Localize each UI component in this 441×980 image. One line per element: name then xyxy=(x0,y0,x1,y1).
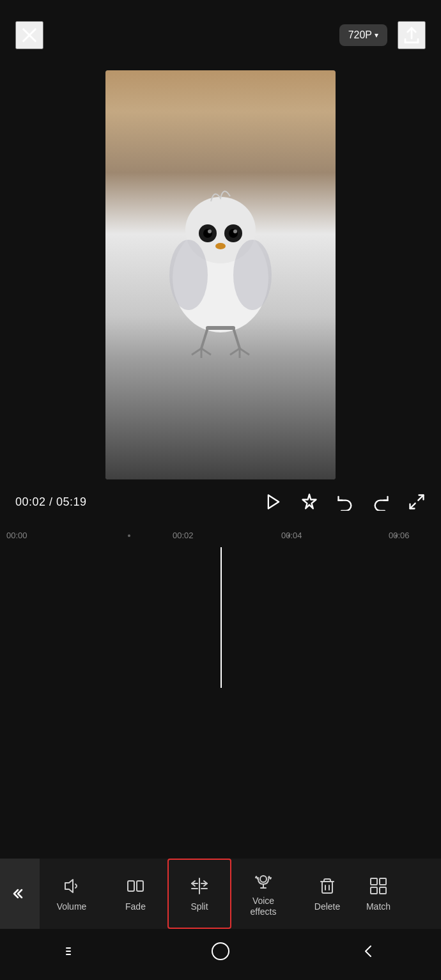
undo-button[interactable] xyxy=(336,493,354,511)
nav-home-button[interactable] xyxy=(210,940,231,962)
match-icon xyxy=(368,876,389,896)
svg-rect-61 xyxy=(380,887,386,894)
ruler-label-2: 00:02 xyxy=(173,531,194,540)
toolbar-item-volume[interactable]: Volume xyxy=(40,859,104,929)
nav-menu-button[interactable] xyxy=(64,942,82,960)
voice-effects-label: Voice effects xyxy=(251,896,277,917)
svg-point-65 xyxy=(212,943,229,960)
timeline-ruler: 00:00 00:02 00:04 00:06 xyxy=(0,524,441,547)
svg-line-27 xyxy=(418,495,423,501)
svg-line-22 xyxy=(230,348,240,355)
delete-label: Delete xyxy=(314,901,340,912)
quality-label: 720P xyxy=(348,29,372,41)
match-label: Match xyxy=(366,901,391,912)
split-icon xyxy=(189,876,210,896)
quality-button[interactable]: 720P ▾ xyxy=(339,24,387,46)
toolbar-items: Volume Fade xyxy=(40,859,441,929)
export-button[interactable] xyxy=(398,21,426,49)
voice-effects-icon xyxy=(253,870,274,891)
split-label: Split xyxy=(190,901,208,912)
svg-marker-44 xyxy=(65,880,73,892)
ruler-dot-1 xyxy=(128,534,130,537)
fade-icon xyxy=(125,876,146,896)
playback-controls xyxy=(265,493,426,511)
video-preview xyxy=(105,70,336,479)
svg-line-18 xyxy=(233,328,240,348)
svg-line-19 xyxy=(192,348,201,355)
svg-line-24 xyxy=(240,348,249,355)
toolbar-item-match[interactable]: Match xyxy=(359,859,398,929)
svg-point-7 xyxy=(169,240,208,310)
ruler-label-4: 00:04 xyxy=(281,531,302,540)
toolbar-item-delete[interactable]: Delete xyxy=(295,859,359,929)
redo-button[interactable] xyxy=(372,493,390,511)
delete-icon xyxy=(317,876,337,896)
fade-label: Fade xyxy=(125,901,146,912)
playhead xyxy=(220,547,222,688)
bottom-toolbar: Volume Fade xyxy=(0,859,441,929)
svg-marker-26 xyxy=(303,494,316,508)
svg-rect-60 xyxy=(371,887,377,894)
toolbar-item-split[interactable]: Split xyxy=(167,859,231,929)
svg-point-52 xyxy=(260,876,267,882)
toolbar-item-fade[interactable]: Fade xyxy=(104,859,167,929)
volume-icon xyxy=(61,876,82,896)
magic-button[interactable] xyxy=(300,493,318,511)
svg-point-14 xyxy=(233,229,237,233)
svg-rect-55 xyxy=(322,882,332,893)
svg-rect-46 xyxy=(137,881,143,891)
svg-rect-59 xyxy=(380,878,386,885)
svg-point-15 xyxy=(215,243,226,249)
ruler-label-0: 00:00 xyxy=(6,531,27,540)
back-icon xyxy=(12,886,27,901)
svg-rect-45 xyxy=(128,881,134,891)
controls-bar: 00:02 / 05:19 xyxy=(0,479,441,524)
volume-label: Volume xyxy=(57,901,87,912)
header-right: 720P ▾ xyxy=(339,21,426,49)
back-panel[interactable] xyxy=(0,859,40,929)
play-button[interactable] xyxy=(265,493,282,511)
timecode: 00:02 / 05:19 xyxy=(15,495,87,509)
svg-line-28 xyxy=(410,503,415,508)
total-time: 05:19 xyxy=(56,495,87,508)
chevron-down-icon: ▾ xyxy=(375,31,378,40)
current-time: 00:02 xyxy=(15,495,46,508)
svg-point-8 xyxy=(233,240,272,310)
ruler-label-6: 00:06 xyxy=(389,531,410,540)
close-button[interactable] xyxy=(15,21,43,49)
nav-back-button[interactable] xyxy=(359,942,377,960)
svg-point-13 xyxy=(208,229,212,233)
toolbar-item-voice-effects[interactable]: Voice effects xyxy=(231,859,295,929)
header: 720P ▾ xyxy=(0,0,441,70)
time-separator: / xyxy=(46,495,57,508)
svg-line-21 xyxy=(201,348,211,355)
fullscreen-button[interactable] xyxy=(408,493,426,511)
nav-bar xyxy=(0,929,441,980)
svg-rect-58 xyxy=(371,878,377,885)
svg-line-16 xyxy=(201,328,208,348)
bird-illustration xyxy=(150,169,291,361)
svg-marker-25 xyxy=(268,495,279,509)
timeline-area[interactable]: Cover + Those Scrambled xyxy=(0,547,441,688)
